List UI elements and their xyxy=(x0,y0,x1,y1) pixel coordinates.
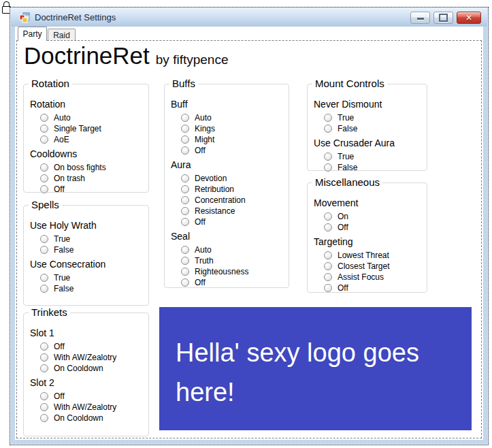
radio-option[interactable]: Resistance xyxy=(181,206,289,217)
radio-button-icon[interactable] xyxy=(324,284,332,292)
radio-option[interactable]: Truth xyxy=(181,255,289,266)
radio-button-icon[interactable] xyxy=(181,114,189,122)
radio-label[interactable]: False xyxy=(338,163,357,172)
radio-button-icon[interactable] xyxy=(324,125,332,133)
radio-label[interactable]: False xyxy=(54,245,73,255)
radio-option[interactable]: On xyxy=(324,211,427,222)
radio-option[interactable]: Auto xyxy=(181,112,289,123)
radio-label[interactable]: True xyxy=(338,152,354,161)
radio-label[interactable]: Devotion xyxy=(195,174,227,183)
radio-option[interactable]: With AW/Zealotry xyxy=(40,352,148,363)
radio-option[interactable]: True xyxy=(40,234,148,244)
radio-label[interactable]: False xyxy=(54,284,73,293)
radio-option[interactable]: Lowest Threat xyxy=(324,250,427,261)
radio-label[interactable]: Off xyxy=(195,217,206,227)
radio-button-icon[interactable] xyxy=(40,235,48,243)
radio-option[interactable]: Off xyxy=(181,217,289,227)
radio-label[interactable]: True xyxy=(54,234,70,244)
title-bar[interactable]: DoctrineRet Settings ✕ xyxy=(11,8,487,27)
radio-label[interactable]: True xyxy=(338,113,354,123)
radio-label[interactable]: On Cooldown xyxy=(54,413,103,423)
radio-button-icon[interactable] xyxy=(324,153,332,161)
radio-button-icon[interactable] xyxy=(40,185,48,193)
radio-option[interactable]: Off xyxy=(324,283,427,293)
radio-label[interactable]: Off xyxy=(338,283,348,293)
radio-label[interactable]: Resistance xyxy=(195,206,235,216)
radio-label[interactable]: On trash xyxy=(54,174,85,183)
maximize-button[interactable] xyxy=(433,12,453,24)
radio-label[interactable]: With AW/Zealotry xyxy=(54,353,116,362)
radio-label[interactable]: Off xyxy=(195,146,206,155)
radio-option[interactable]: False xyxy=(324,123,427,134)
radio-label[interactable]: Closest Target xyxy=(338,261,389,271)
radio-button-icon[interactable] xyxy=(40,174,48,182)
radio-label[interactable]: Might xyxy=(195,135,214,144)
radio-option[interactable]: Off xyxy=(324,222,427,233)
radio-label[interactable]: Righteousness xyxy=(195,267,248,276)
radio-button-icon[interactable] xyxy=(181,185,189,193)
radio-button-icon[interactable] xyxy=(181,196,189,204)
radio-label[interactable]: False xyxy=(338,124,357,133)
radio-button-icon[interactable] xyxy=(324,212,332,221)
radio-label[interactable]: With AW/Zealotry xyxy=(54,402,116,412)
radio-button-icon[interactable] xyxy=(181,135,189,144)
radio-option[interactable]: Devotion xyxy=(181,173,289,184)
radio-button-icon[interactable] xyxy=(40,246,48,254)
radio-label[interactable]: Kings xyxy=(195,124,215,133)
radio-label[interactable]: True xyxy=(54,273,70,283)
radio-option[interactable]: False xyxy=(40,244,148,255)
radio-option[interactable]: True xyxy=(40,272,148,283)
radio-button-icon[interactable] xyxy=(181,146,189,155)
radio-label[interactable]: Concentration xyxy=(195,195,246,205)
radio-label[interactable]: Auto xyxy=(195,245,212,255)
tab-raid[interactable]: Raid xyxy=(48,29,76,41)
radio-option[interactable]: Assist Focus xyxy=(324,272,427,283)
radio-label[interactable]: AoE xyxy=(54,135,69,144)
radio-option[interactable]: On trash xyxy=(40,173,148,184)
close-button[interactable]: ✕ xyxy=(457,12,481,24)
radio-button-icon[interactable] xyxy=(324,114,332,122)
radio-button-icon[interactable] xyxy=(181,207,189,215)
radio-option[interactable]: With AW/Zealotry xyxy=(40,402,148,413)
radio-button-icon[interactable] xyxy=(40,342,48,351)
radio-option[interactable]: Closest Target xyxy=(324,261,427,272)
radio-label[interactable]: Off xyxy=(54,342,65,351)
radio-option[interactable]: Off xyxy=(40,391,148,402)
radio-option[interactable]: On boss fights xyxy=(40,162,148,173)
radio-label[interactable]: Off xyxy=(54,185,65,194)
radio-button-icon[interactable] xyxy=(40,125,48,133)
radio-option[interactable]: Concentration xyxy=(181,195,289,206)
radio-option[interactable]: Auto xyxy=(181,244,289,255)
radio-button-icon[interactable] xyxy=(181,246,189,254)
radio-button-icon[interactable] xyxy=(181,268,189,276)
radio-label[interactable]: Auto xyxy=(54,113,71,123)
radio-label[interactable]: Lowest Threat xyxy=(338,251,389,260)
radio-option[interactable]: True xyxy=(324,151,427,162)
radio-button-icon[interactable] xyxy=(40,163,48,172)
radio-button-icon[interactable] xyxy=(181,278,189,287)
radio-button-icon[interactable] xyxy=(324,262,332,270)
radio-button-icon[interactable] xyxy=(40,392,48,400)
radio-option[interactable]: On Cooldown xyxy=(40,363,148,374)
radio-label[interactable]: Off xyxy=(338,223,348,232)
radio-label[interactable]: Truth xyxy=(195,256,214,266)
radio-button-icon[interactable] xyxy=(324,273,332,281)
tab-party[interactable]: Party xyxy=(18,27,47,41)
radio-button-icon[interactable] xyxy=(40,403,48,411)
radio-option[interactable]: True xyxy=(324,112,427,123)
radio-label[interactable]: On Cooldown xyxy=(54,364,103,373)
radio-label[interactable]: Off xyxy=(195,278,206,287)
radio-option[interactable]: Kings xyxy=(181,123,289,134)
radio-button-icon[interactable] xyxy=(181,218,189,226)
radio-option[interactable]: Single Target xyxy=(40,123,148,134)
radio-label[interactable]: On xyxy=(338,212,348,221)
radio-button-icon[interactable] xyxy=(40,135,48,144)
radio-label[interactable]: Retribution xyxy=(195,185,234,194)
radio-button-icon[interactable] xyxy=(324,223,332,231)
radio-label[interactable]: On boss fights xyxy=(54,163,106,172)
radio-option[interactable]: Might xyxy=(181,134,289,145)
radio-button-icon[interactable] xyxy=(40,114,48,122)
radio-option[interactable]: Righteousness xyxy=(181,266,289,277)
radio-button-icon[interactable] xyxy=(40,274,48,282)
radio-option[interactable]: Off xyxy=(181,145,289,156)
